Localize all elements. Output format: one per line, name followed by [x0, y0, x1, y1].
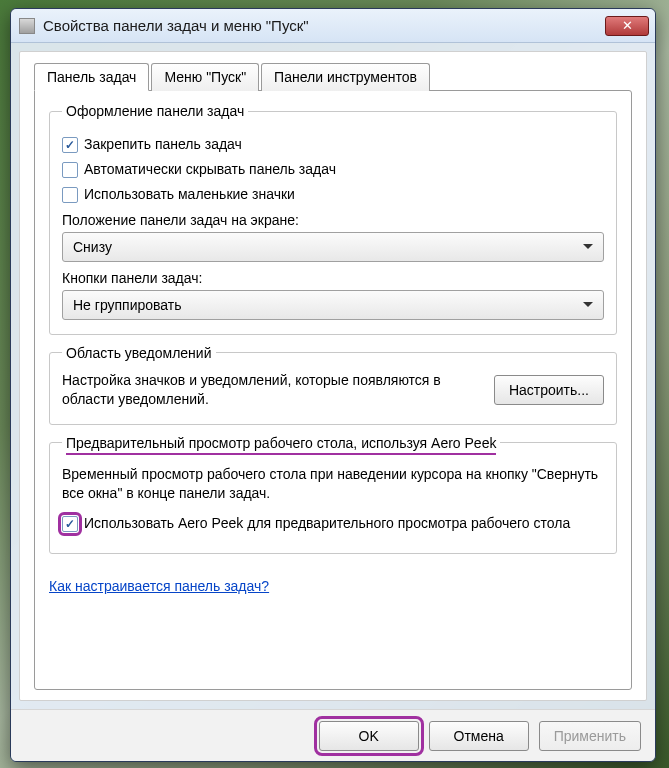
label-autohide: Автоматически скрывать панель задач — [84, 160, 336, 179]
label-small-icons: Использовать маленькие значки — [84, 185, 295, 204]
checkbox-lock-taskbar[interactable] — [62, 137, 78, 153]
content-area: Панель задач Меню "Пуск" Панели инструме… — [19, 51, 647, 701]
select-position[interactable]: Снизу — [62, 232, 604, 262]
label-lock-taskbar: Закрепить панель задач — [84, 135, 242, 154]
group-notifications-legend: Область уведомлений — [62, 345, 216, 361]
label-aero-peek: Использовать Aero Peek для предварительн… — [84, 514, 570, 533]
dialog-window: Свойства панели задач и меню "Пуск" ✕ Па… — [10, 8, 656, 762]
chevron-down-icon — [583, 244, 593, 249]
ok-button[interactable]: OK — [319, 721, 419, 751]
label-position: Положение панели задач на экране: — [62, 212, 604, 228]
window-title: Свойства панели задач и меню "Пуск" — [43, 17, 605, 34]
checkbox-small-icons[interactable] — [62, 187, 78, 203]
row-autohide: Автоматически скрывать панель задач — [62, 160, 604, 179]
aero-description: Временный просмотр рабочего стола при на… — [62, 465, 604, 504]
aero-legend-text: Предварительный просмотр рабочего стола,… — [66, 435, 496, 455]
checkbox-aero-peek[interactable] — [62, 516, 78, 532]
group-aero-peek: Предварительный просмотр рабочего стола,… — [49, 435, 617, 554]
row-small-icons: Использовать маленькие значки — [62, 185, 604, 204]
tabs: Панель задач Меню "Пуск" Панели инструме… — [34, 63, 632, 91]
group-appearance: Оформление панели задач Закрепить панель… — [49, 103, 617, 335]
app-icon — [19, 18, 35, 34]
cancel-button[interactable]: Отмена — [429, 721, 529, 751]
select-buttons-value: Не группировать — [73, 297, 182, 313]
titlebar: Свойства панели задач и меню "Пуск" ✕ — [11, 9, 655, 43]
row-lock-taskbar: Закрепить панель задач — [62, 135, 604, 154]
help-link[interactable]: Как настраивается панель задач? — [49, 578, 269, 594]
notifications-text: Настройка значков и уведомлений, которые… — [62, 371, 482, 410]
row-aero-peek: Использовать Aero Peek для предварительн… — [62, 514, 604, 533]
tab-taskbar[interactable]: Панель задач — [34, 63, 149, 91]
select-buttons[interactable]: Не группировать — [62, 290, 604, 320]
chevron-down-icon — [583, 302, 593, 307]
close-button[interactable]: ✕ — [605, 16, 649, 36]
footer: OK Отмена Применить — [11, 709, 655, 761]
tab-toolbars[interactable]: Панели инструментов — [261, 63, 430, 91]
apply-button[interactable]: Применить — [539, 721, 641, 751]
group-aero-legend: Предварительный просмотр рабочего стола,… — [62, 435, 500, 451]
group-appearance-legend: Оформление панели задач — [62, 103, 248, 119]
tab-start-menu[interactable]: Меню "Пуск" — [151, 63, 259, 91]
close-icon: ✕ — [622, 18, 633, 33]
group-notifications: Область уведомлений Настройка значков и … — [49, 345, 617, 425]
label-buttons: Кнопки панели задач: — [62, 270, 604, 286]
tab-body: Оформление панели задач Закрепить панель… — [34, 90, 632, 690]
select-position-value: Снизу — [73, 239, 112, 255]
checkbox-autohide[interactable] — [62, 162, 78, 178]
row-notifications: Настройка значков и уведомлений, которые… — [62, 371, 604, 410]
customize-button[interactable]: Настроить... — [494, 375, 604, 405]
